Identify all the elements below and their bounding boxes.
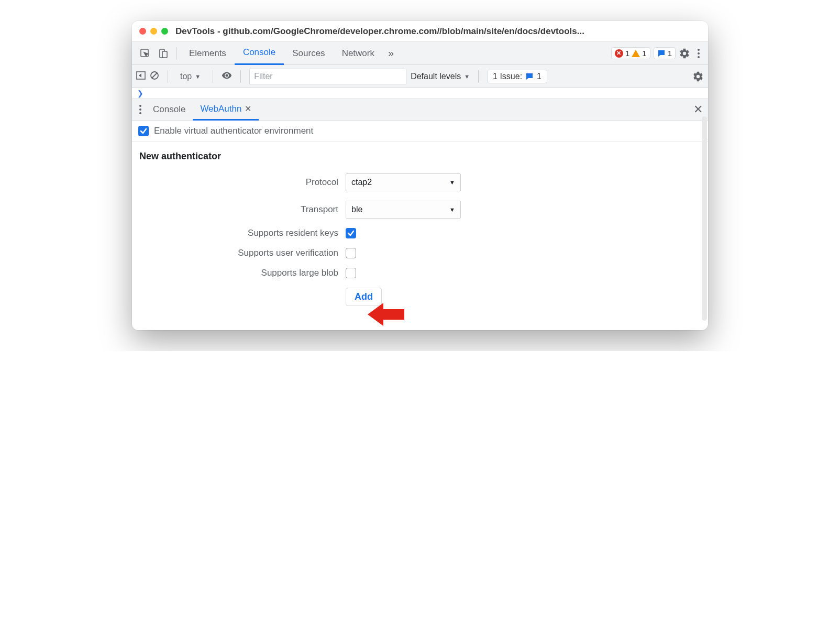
scrollbar[interactable] bbox=[702, 116, 707, 321]
tab-console[interactable]: Console bbox=[235, 42, 284, 65]
user-verification-label: Supports user verification bbox=[139, 248, 338, 258]
error-warning-badge[interactable]: ✕ 1 1 bbox=[611, 47, 650, 59]
protocol-value: ctap2 bbox=[351, 178, 372, 187]
drawer-tab-console[interactable]: Console bbox=[146, 99, 193, 121]
dropdown-icon: ▼ bbox=[449, 179, 455, 186]
resident-keys-label: Supports resident keys bbox=[139, 228, 338, 238]
log-levels-selector[interactable]: Default levels ▼ bbox=[411, 72, 470, 81]
issues-label: 1 Issue: bbox=[493, 72, 522, 81]
window-title: DevTools - github.com/GoogleChrome/devel… bbox=[175, 26, 701, 37]
filter-input[interactable] bbox=[249, 69, 406, 84]
svg-rect-2 bbox=[162, 51, 167, 58]
drawer-more-icon[interactable] bbox=[135, 105, 146, 114]
main-tabstrip: Elements Console Sources Network » ✕ 1 1… bbox=[132, 42, 708, 65]
device-toolbar-icon[interactable] bbox=[156, 46, 170, 61]
annotation-arrow-icon bbox=[368, 303, 404, 326]
new-authenticator-heading: New authenticator bbox=[139, 151, 701, 162]
enable-virtual-authenticator-checkbox[interactable] bbox=[138, 126, 149, 136]
dropdown-icon: ▼ bbox=[449, 206, 455, 213]
svg-line-5 bbox=[152, 73, 157, 78]
issues-count: 1 bbox=[537, 72, 541, 81]
more-menu-icon[interactable] bbox=[693, 49, 704, 58]
more-tabs-icon[interactable]: » bbox=[383, 47, 399, 59]
separator bbox=[168, 70, 168, 83]
devtools-window: DevTools - github.com/GoogleChrome/devel… bbox=[132, 21, 708, 330]
settings-icon[interactable] bbox=[677, 46, 692, 61]
warning-icon bbox=[632, 50, 640, 57]
transport-value: ble bbox=[351, 205, 362, 214]
error-count: 1 bbox=[625, 49, 629, 58]
tab-network[interactable]: Network bbox=[334, 42, 383, 65]
console-prompt-indicator: ❯ bbox=[132, 88, 708, 99]
enable-virtual-authenticator-row: Enable virtual authenticator environment bbox=[132, 121, 708, 141]
error-icon: ✕ bbox=[615, 49, 623, 58]
tab-sources[interactable]: Sources bbox=[284, 42, 333, 65]
close-drawer-icon[interactable]: ✕ bbox=[693, 103, 703, 116]
issue-icon bbox=[657, 49, 666, 58]
user-verification-checkbox[interactable] bbox=[346, 248, 356, 258]
console-toolbar: top ▼ Default levels ▼ 1 Issue: 1 bbox=[132, 65, 708, 88]
levels-label: Default levels bbox=[411, 72, 461, 81]
context-label: top bbox=[180, 72, 192, 81]
drawer-tab-webauthn[interactable]: WebAuthn ✕ bbox=[193, 99, 259, 121]
separator bbox=[213, 70, 213, 83]
window-titlebar: DevTools - github.com/GoogleChrome/devel… bbox=[132, 21, 708, 42]
console-settings-icon[interactable] bbox=[692, 71, 704, 82]
issues-badge-count: 1 bbox=[668, 49, 672, 58]
transport-label: Transport bbox=[139, 204, 338, 215]
enable-virtual-authenticator-label: Enable virtual authenticator environment bbox=[154, 126, 313, 136]
separator bbox=[478, 70, 479, 83]
minimize-window-button[interactable] bbox=[150, 28, 157, 35]
console-sidebar-toggle-icon[interactable] bbox=[136, 71, 146, 82]
clear-console-icon[interactable] bbox=[150, 71, 159, 82]
add-button[interactable]: Add bbox=[346, 288, 382, 306]
drawer-tabstrip: Console WebAuthn ✕ ✕ bbox=[132, 99, 708, 121]
warning-count: 1 bbox=[642, 49, 646, 58]
separator bbox=[240, 70, 241, 83]
resident-keys-checkbox[interactable] bbox=[346, 228, 356, 238]
webauthn-panel: New authenticator Protocol ctap2 ▼ Trans… bbox=[132, 141, 708, 330]
inspect-element-icon[interactable] bbox=[138, 46, 152, 61]
close-tab-icon[interactable]: ✕ bbox=[245, 104, 251, 114]
issue-icon bbox=[525, 72, 534, 81]
separator bbox=[176, 47, 176, 60]
zoom-window-button[interactable] bbox=[161, 28, 168, 35]
dropdown-icon: ▼ bbox=[195, 73, 201, 80]
close-window-button[interactable] bbox=[139, 28, 146, 35]
traffic-lights bbox=[139, 28, 168, 35]
tab-elements[interactable]: Elements bbox=[181, 42, 235, 65]
issues-chip[interactable]: 1 Issue: 1 bbox=[487, 70, 547, 83]
live-expression-icon[interactable] bbox=[222, 70, 232, 83]
context-selector[interactable]: top ▼ bbox=[176, 70, 204, 83]
protocol-select[interactable]: ctap2 ▼ bbox=[346, 173, 461, 191]
large-blob-label: Supports large blob bbox=[139, 268, 338, 278]
drawer-tab-webauthn-label: WebAuthn bbox=[200, 104, 241, 114]
dropdown-icon: ▼ bbox=[464, 73, 470, 80]
issues-badge[interactable]: 1 bbox=[654, 47, 676, 59]
large-blob-checkbox[interactable] bbox=[346, 268, 356, 278]
protocol-label: Protocol bbox=[139, 177, 338, 188]
transport-select[interactable]: ble ▼ bbox=[346, 201, 461, 219]
